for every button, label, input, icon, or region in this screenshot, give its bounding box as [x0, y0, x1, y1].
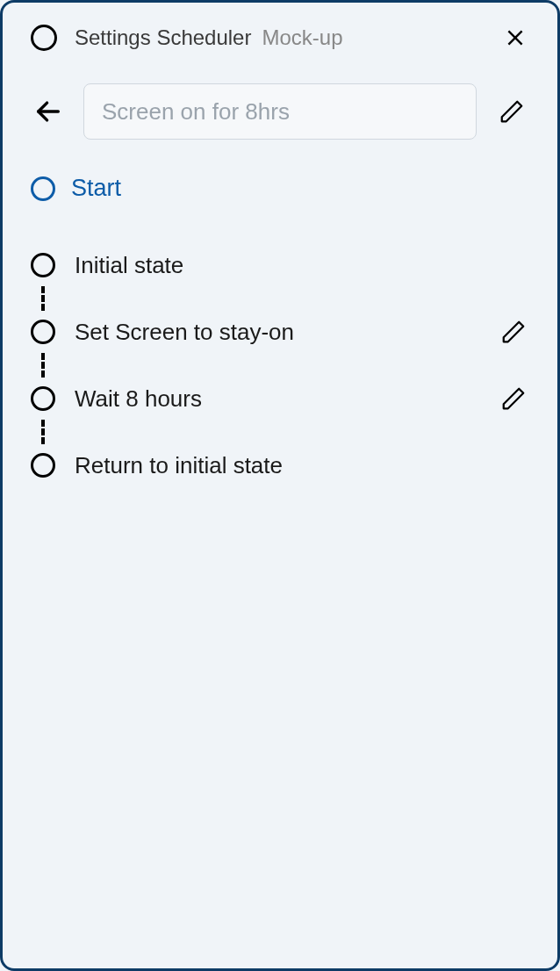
step-connector — [31, 286, 529, 311]
arrow-left-icon — [33, 97, 63, 126]
step-label: Return to initial state — [75, 452, 529, 479]
step-connector — [31, 353, 529, 378]
app-window: Settings Scheduler Mock-up Start — [0, 0, 560, 971]
title-suffix: Mock-up — [262, 25, 342, 50]
step-connector — [31, 420, 529, 444]
edit-step-button[interactable] — [498, 316, 529, 348]
window-title: Settings Scheduler Mock-up — [75, 25, 484, 50]
circle-outline-icon — [31, 176, 55, 201]
pencil-icon — [500, 385, 527, 412]
step-item: Wait 8 hours — [31, 378, 529, 420]
step-circle-icon — [31, 453, 55, 478]
step-circle-icon — [31, 253, 55, 277]
start-label: Start — [71, 175, 121, 202]
step-item: Return to initial state — [31, 444, 529, 486]
step-label: Wait 8 hours — [75, 385, 478, 413]
title-bar: Settings Scheduler Mock-up — [31, 24, 529, 52]
step-circle-icon — [31, 320, 55, 344]
step-item: Initial state — [31, 244, 529, 286]
app-status-circle-icon — [31, 25, 57, 51]
edit-name-button[interactable] — [494, 94, 529, 129]
step-circle-icon — [31, 386, 55, 411]
back-button[interactable] — [31, 94, 66, 129]
close-icon — [504, 26, 527, 49]
close-button[interactable] — [501, 24, 529, 52]
title-main: Settings Scheduler — [75, 25, 251, 50]
name-input-row — [31, 83, 529, 140]
step-item: Set Screen to stay-on — [31, 311, 529, 353]
edit-step-button[interactable] — [498, 383, 529, 414]
step-label: Set Screen to stay-on — [75, 319, 478, 346]
schedule-name-input[interactable] — [83, 83, 477, 140]
pencil-icon — [499, 98, 525, 125]
pencil-icon — [500, 319, 527, 345]
start-trigger-button[interactable]: Start — [31, 175, 529, 202]
steps-list: Initial state Set Screen to stay-on Wait… — [31, 244, 529, 486]
step-label: Initial state — [75, 252, 529, 279]
